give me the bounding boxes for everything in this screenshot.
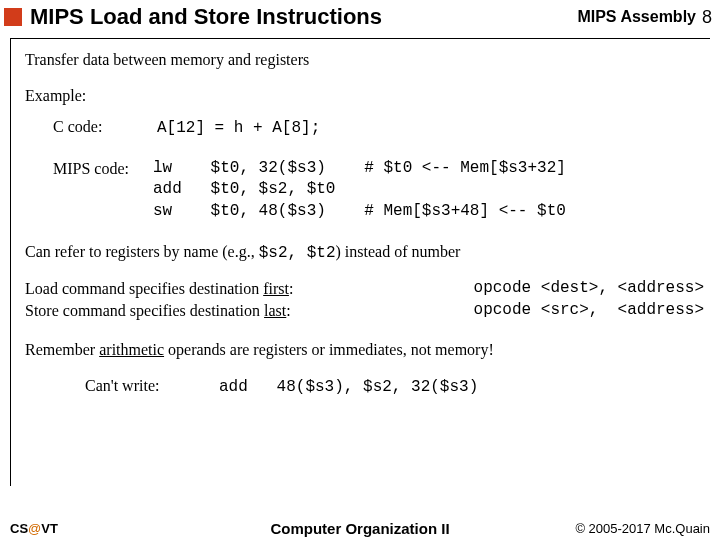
example-label: Example: (25, 85, 704, 107)
page-number: 8 (702, 7, 712, 28)
remember-note: Remember arithmetic operands are registe… (25, 339, 704, 361)
mips-line-2: add $t0, $s2, $t0 (153, 179, 566, 201)
footer-center: Computer Organization II (0, 520, 720, 537)
syntax-patterns: opcode <dest>, <address> opcode <src>, <… (474, 278, 704, 321)
load-desc: Load command specifies destination first… (25, 278, 293, 300)
c-code-label: C code: (53, 116, 153, 138)
mips-code-label: MIPS code: (53, 158, 153, 223)
note-post: ) instead of number (336, 243, 461, 260)
load-store-syntax-block: Load command specifies destination first… (25, 278, 704, 321)
load-underline: first (263, 280, 289, 297)
register-name-note: Can refer to registers by name (e.g., $s… (25, 241, 704, 265)
c-code: A[12] = h + A[8]; (157, 119, 320, 137)
remember-underline: arithmetic (99, 341, 164, 358)
note-code: $s2, $t2 (259, 244, 336, 262)
intro-text: Transfer data between memory and registe… (25, 49, 704, 71)
mips-line-3: sw $t0, 48($s3) # Mem[$s3+48] <-- $t0 (153, 201, 566, 223)
note-pre: Can refer to registers by name (e.g., (25, 243, 259, 260)
slide-header: MIPS Load and Store Instructions MIPS As… (0, 0, 720, 32)
store-desc: Store command specifies destination last… (25, 300, 293, 322)
store-pre: Store command specifies destination (25, 302, 264, 319)
c-code-block: C code: A[12] = h + A[8]; (53, 116, 704, 140)
syntax-dest: opcode <dest>, <address> (474, 278, 704, 300)
load-pre: Load command specifies destination (25, 280, 263, 297)
syntax-descriptions: Load command specifies destination first… (25, 278, 293, 321)
load-post: : (289, 280, 293, 297)
cant-write-code: add 48($s3), $s2, 32($s3) (219, 378, 478, 396)
breadcrumb: MIPS Assembly (577, 8, 696, 26)
slide-footer: CS@VT Computer Organization II © 2005-20… (0, 521, 720, 536)
mips-code-lines: lw $t0, 32($s3) # $t0 <-- Mem[$s3+32] ad… (153, 158, 566, 223)
slide-title: MIPS Load and Store Instructions (30, 4, 577, 30)
cant-write-block: Can't write: add 48($s3), $s2, 32($s3) (85, 375, 704, 399)
syntax-src: opcode <src>, <address> (474, 300, 704, 322)
content-frame: Transfer data between memory and registe… (10, 38, 710, 486)
cant-write-label: Can't write: (85, 375, 215, 397)
store-post: : (286, 302, 290, 319)
mips-code-block: MIPS code: lw $t0, 32($s3) # $t0 <-- Mem… (53, 158, 704, 223)
remember-post: operands are registers or immediates, no… (164, 341, 494, 358)
logo-square-icon (4, 8, 22, 26)
slide: MIPS Load and Store Instructions MIPS As… (0, 0, 720, 540)
store-underline: last (264, 302, 286, 319)
remember-pre: Remember (25, 341, 99, 358)
mips-line-1: lw $t0, 32($s3) # $t0 <-- Mem[$s3+32] (153, 158, 566, 180)
